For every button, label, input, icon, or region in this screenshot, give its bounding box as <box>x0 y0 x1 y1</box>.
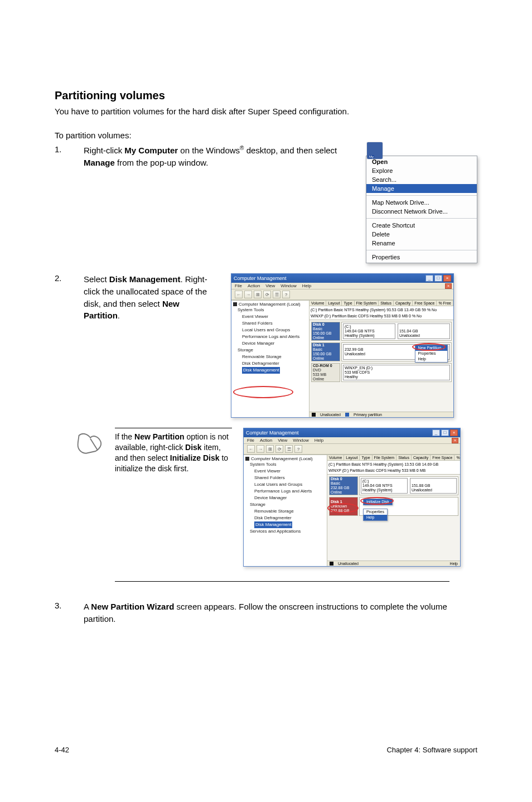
menu-help[interactable]: Help <box>315 438 323 443</box>
tree-perf-logs[interactable]: Performance Logs and Alerts <box>245 488 325 495</box>
tree-shared-folders[interactable]: Shared Folders <box>245 475 325 481</box>
mdi-close-button[interactable]: × <box>445 283 452 289</box>
col-volume[interactable]: Volume <box>327 455 344 460</box>
ctx-properties[interactable]: Properties <box>415 351 447 356</box>
maximize-button[interactable]: □ <box>434 275 442 282</box>
disk0-label[interactable]: Disk 0 Basic 232.88 GB Online <box>329 476 358 495</box>
col-volume[interactable]: Volume <box>309 301 326 306</box>
tree-perf-logs[interactable]: Performance Logs and Alerts <box>233 334 307 340</box>
tree-storage[interactable]: Storage <box>233 347 307 354</box>
tree-disk-management[interactable]: Disk Management <box>242 367 280 374</box>
mdi-close-button[interactable]: × <box>452 438 458 443</box>
disk0-partition-c[interactable]: (C:) 149.04 GB NTFS Healthy (System) <box>361 478 408 494</box>
tree-local-users[interactable]: Local Users and Groups <box>245 481 325 488</box>
tree-event-viewer[interactable]: Event Viewer <box>245 468 325 475</box>
disk0-label[interactable]: Disk 0 Basic 150.00 GB Online <box>311 322 340 341</box>
ctx-search[interactable]: Search... <box>366 175 477 184</box>
tree-shared-folders[interactable]: Shared Folders <box>233 320 307 327</box>
ctx-help[interactable]: Help <box>415 356 447 362</box>
tree-event-viewer[interactable]: Event Viewer <box>233 313 307 320</box>
col-free-space[interactable]: Free Space <box>431 455 454 460</box>
back-icon[interactable]: ← <box>235 291 243 298</box>
close-button[interactable]: × <box>443 275 451 282</box>
ctx-new-partition[interactable]: New Partition... <box>415 345 447 351</box>
col-percent-free[interactable]: % Free <box>437 301 453 306</box>
ctx-map-drive[interactable]: Map Network Drive... <box>366 198 477 207</box>
ctx-explore[interactable]: Explore <box>366 166 477 175</box>
tree-defragmenter[interactable]: Disk Defragmenter <box>245 515 325 521</box>
menu-view[interactable]: View <box>278 438 287 443</box>
tree-root[interactable]: Computer Management (Local) <box>251 456 313 461</box>
tree-root[interactable]: Computer Management (Local) <box>239 302 301 307</box>
refresh-icon[interactable]: ⟳ <box>275 445 283 453</box>
table-row[interactable]: WINXP (D:) Partition Basic CDFS Healthy … <box>311 313 452 319</box>
table-row[interactable]: (C:) Partition Basic NTFS Healthy (Syste… <box>311 307 452 313</box>
minimize-button[interactable]: _ <box>432 429 440 436</box>
col-status[interactable]: Status <box>379 301 394 306</box>
col-file-system[interactable]: File System <box>355 301 379 306</box>
ctx-delete[interactable]: Delete <box>366 230 477 239</box>
back-icon[interactable]: ← <box>247 445 255 453</box>
table-row[interactable]: (C:) Partition Basic NTFS Healthy (Syste… <box>328 461 459 467</box>
menu-window[interactable]: Window <box>293 438 308 443</box>
disk0-unallocated[interactable]: 151.04 GB Unallocated <box>398 323 450 339</box>
props-icon[interactable]: ☰ <box>285 445 293 453</box>
tree-removable-storage[interactable]: Removable Storage <box>233 354 307 360</box>
col-percent-free[interactable]: % <box>454 455 460 460</box>
volume-list-rows[interactable]: (C:) Partition Basic NTFS Healthy (Syste… <box>327 461 460 475</box>
close-button[interactable]: × <box>450 429 458 436</box>
col-type[interactable]: Type <box>342 301 354 306</box>
menu-file[interactable]: File <box>235 283 242 288</box>
ctx-properties[interactable]: Properties <box>366 253 477 262</box>
tree-local-users[interactable]: Local Users and Groups <box>233 327 307 334</box>
col-capacity[interactable]: Capacity <box>394 301 413 306</box>
tree-system-tools[interactable]: System Tools <box>245 461 325 468</box>
minimize-button[interactable]: _ <box>425 275 433 282</box>
tree-services[interactable]: Services and Applications <box>245 528 325 535</box>
col-layout[interactable]: Layout <box>344 455 360 460</box>
cdrom-partition[interactable]: WINXP_EN (D:) 533 MB CDFS Healthy <box>343 365 450 380</box>
tree-icon[interactable]: ⊞ <box>266 445 274 453</box>
help-icon[interactable]: ? <box>294 445 302 453</box>
table-row[interactable]: WINXP (D:) Partition Basic CDFS Healthy … <box>328 467 459 474</box>
menu-view[interactable]: View <box>265 283 275 288</box>
refresh-icon[interactable]: ⟳ <box>263 291 271 298</box>
ctx-manage[interactable]: Manage <box>366 184 477 193</box>
tree-system-tools[interactable]: System Tools <box>233 307 307 313</box>
menu-help[interactable]: Help <box>302 283 311 288</box>
help-icon[interactable]: ? <box>282 291 290 298</box>
volume-list-rows[interactable]: (C:) Partition Basic NTFS Healthy (Syste… <box>309 306 453 320</box>
ctx-rename[interactable]: Rename <box>366 239 477 248</box>
col-free-space[interactable]: Free Space <box>413 301 437 306</box>
tree-storage[interactable]: Storage <box>245 501 325 508</box>
disk0-partition-c[interactable]: (C:) 149.04 GB NTFS Healthy (System) <box>343 323 395 339</box>
maximize-button[interactable]: □ <box>441 429 449 436</box>
tree-device-manager[interactable]: Device Manager <box>245 495 325 501</box>
tree-removable-storage[interactable]: Removable Storage <box>245 508 325 515</box>
ctx-create-shortcut[interactable]: Create Shortcut <box>366 221 477 230</box>
ctx-disconnect-drive[interactable]: Disconnect Network Drive... <box>366 207 477 216</box>
tree-icon[interactable]: ⊞ <box>254 291 262 298</box>
menu-action[interactable]: Action <box>248 283 260 288</box>
tree-defragmenter[interactable]: Disk Defragmenter <box>233 360 307 367</box>
forward-icon[interactable]: → <box>244 291 252 298</box>
col-layout[interactable]: Layout <box>326 301 342 306</box>
tree-disk-management[interactable]: Disk Management <box>254 521 292 528</box>
col-file-system[interactable]: File System <box>373 455 397 460</box>
menu-window[interactable]: Window <box>280 283 296 288</box>
col-capacity[interactable]: Capacity <box>412 455 431 460</box>
col-status[interactable]: Status <box>396 455 412 460</box>
ctx-open[interactable]: Open <box>366 157 477 166</box>
menu-action[interactable]: Action <box>260 438 272 443</box>
menu-file[interactable]: File <box>247 438 254 443</box>
disk0-unallocated[interactable]: 151.88 GB Unallocated <box>410 478 457 494</box>
disk1-label[interactable]: Disk 1 Basic 150.00 GB Online <box>311 342 340 361</box>
cdrom-label[interactable]: CD-ROM 0 DVD 533 MB Online <box>311 363 340 382</box>
tree-device-manager[interactable]: Device Manager <box>233 340 307 347</box>
props-icon[interactable]: ☰ <box>273 291 280 298</box>
col-type[interactable]: Type <box>360 455 372 460</box>
forward-icon[interactable]: → <box>257 445 264 453</box>
ctx-help[interactable]: Help <box>364 515 387 520</box>
ctx-properties[interactable]: Properties <box>364 509 387 515</box>
ctx-initialize-disk[interactable]: Initialize Disk <box>364 499 392 505</box>
